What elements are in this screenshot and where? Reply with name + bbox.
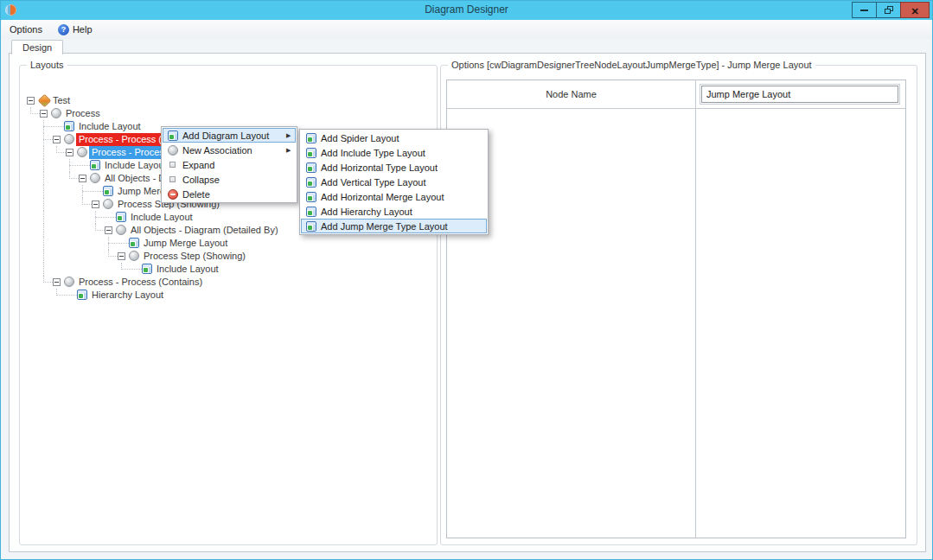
tree-item-label[interactable]: Include Layout — [154, 263, 221, 276]
menu-options-label: Options — [10, 24, 42, 35]
tree-item-label[interactable]: Jump Merge Layout — [141, 237, 230, 250]
tree-item-label[interactable]: Process - Process — [89, 146, 171, 159]
tree-item-label[interactable]: Process Step (Showing) — [141, 250, 248, 263]
tree-context-menu: Add Diagram Layout▶New Association▶Expan… — [161, 126, 297, 203]
header-divider — [447, 108, 905, 109]
tree-guide-stub — [121, 269, 142, 270]
layout-icon — [90, 160, 100, 170]
tab-design[interactable]: Design — [11, 40, 63, 54]
tree-item-label[interactable]: Process - Process (Contains) — [76, 276, 205, 289]
tree-expander-collapse[interactable] — [118, 252, 125, 260]
tree-item[interactable]: Hierarchy Layout — [21, 289, 436, 302]
tree-item[interactable]: Process — [21, 107, 436, 120]
delete-icon — [168, 189, 178, 200]
restore-icon — [885, 6, 893, 14]
node-name-input[interactable] — [701, 86, 898, 103]
menu-help[interactable]: ? Help — [50, 20, 100, 39]
tree-item-label[interactable]: Process — [63, 107, 103, 120]
tree-guide-line — [43, 237, 44, 250]
tree-guide-stub — [43, 139, 53, 140]
context-menu-item-add-diagram-layout[interactable]: Add Diagram Layout▶ — [163, 128, 296, 143]
close-button[interactable] — [900, 2, 930, 18]
tree-expander-collapse[interactable] — [79, 175, 86, 182]
tree-guide-line — [43, 146, 44, 159]
tree-guide-line — [43, 172, 44, 185]
layout-icon — [103, 186, 113, 196]
tree-item-label[interactable]: All Objects - Diagram (Detailed By) — [128, 224, 281, 237]
tree-expander-collapse[interactable] — [53, 136, 61, 143]
tree-guide-stub — [108, 256, 118, 257]
process-icon — [90, 173, 100, 183]
context-menu-item-expand[interactable]: Expand — [163, 157, 296, 172]
close-icon — [911, 3, 918, 18]
tree-guide-stub — [95, 217, 116, 218]
submenu-item-add-horizontal-type-layout[interactable]: Add Horizontal Type Layout — [301, 160, 487, 175]
process-icon — [64, 134, 74, 144]
tree-guide-stub — [69, 165, 90, 166]
tree-guide-line — [43, 211, 44, 224]
menu-item-icon-slot — [301, 133, 321, 143]
tree-item-label[interactable]: Include Layout — [102, 159, 169, 172]
menu-item-label: Add Vertical Type Layout — [321, 177, 477, 188]
context-menu-item-collapse[interactable]: Collapse — [163, 172, 296, 187]
menu-help-label: Help — [73, 24, 93, 35]
tree-item[interactable]: Process - Process (Contains) — [21, 276, 436, 289]
menu-item-icon-slot — [301, 162, 321, 173]
menu-item-label: Add Horizontal Merge Layout — [321, 192, 477, 202]
tree-expander-collapse[interactable] — [40, 110, 48, 118]
tree-item-label[interactable]: Include Layout — [128, 211, 195, 224]
tree-expander-collapse[interactable] — [105, 226, 112, 234]
tree-item-label[interactable]: Hierarchy Layout — [89, 289, 166, 302]
menu-item-icon-slot — [301, 177, 321, 188]
minimize-button[interactable] — [852, 2, 877, 18]
node-name-input-frame — [700, 84, 900, 105]
menu-item-icon-slot — [301, 221, 321, 232]
submenu-arrow-icon: ▶ — [286, 132, 296, 139]
tree-item-label[interactable]: Include Layout — [76, 120, 144, 133]
menu-item-label: Add Jump Merge Type Layout — [321, 221, 477, 232]
submenu-item-add-hierarchy-layout[interactable]: Add Hierarchy Layout — [301, 204, 487, 219]
tree-guide-line — [43, 185, 44, 198]
tree-expander-collapse[interactable] — [92, 200, 99, 208]
layout-icon — [129, 238, 139, 248]
minimize-icon — [860, 10, 868, 11]
submenu-item-add-horizontal-merge-layout[interactable]: Add Horizontal Merge Layout — [301, 189, 487, 204]
tree-expander-collapse[interactable] — [53, 278, 61, 286]
tree-expander-collapse[interactable] — [27, 97, 35, 105]
tree-item-label[interactable]: Test — [50, 94, 73, 107]
process-icon — [116, 225, 126, 235]
restore-button[interactable] — [876, 2, 901, 18]
layout-icon — [77, 290, 87, 300]
context-menu-item-new-association[interactable]: New Association▶ — [163, 143, 296, 157]
submenu-item-add-jump-merge-type-layout[interactable]: Add Jump Merge Type Layout — [301, 219, 487, 233]
menu-options[interactable]: Options — [2, 20, 50, 39]
menu-item-icon-slot — [301, 207, 321, 217]
submenu-item-add-include-type-layout[interactable]: Add Include Type Layout — [301, 145, 487, 160]
title-bar: Diagram Designer — [1, 1, 932, 20]
submenu-item-add-vertical-type-layout[interactable]: Add Vertical Type Layout — [301, 175, 487, 189]
layout-icon — [168, 130, 178, 141]
tree-expander-collapse[interactable] — [66, 149, 73, 156]
options-panel: Options [cwDiagramDesignerTreeNodeLayout… — [440, 65, 917, 545]
tree-item[interactable]: Process Step (Showing) — [21, 250, 436, 263]
tree-item[interactable]: Test — [21, 94, 436, 107]
column-divider — [695, 80, 696, 538]
context-menu-item-delete[interactable]: Delete — [163, 187, 296, 201]
tree-guide-stub — [82, 204, 92, 205]
tree-guide-stub — [69, 178, 79, 179]
menu-item-label: Add Include Type Layout — [321, 148, 477, 158]
options-table: Node Name — [446, 80, 906, 538]
collapse-icon — [169, 176, 176, 182]
menu-item-label: Delete — [182, 189, 286, 200]
tree-item[interactable]: Include Layout — [21, 263, 436, 276]
tree-guide-line — [43, 224, 44, 237]
node-name-column-header: Node Name — [447, 80, 695, 108]
menu-item-label: Expand — [182, 160, 286, 170]
tree-item[interactable]: Jump Merge Layout — [21, 237, 436, 250]
help-icon: ? — [58, 24, 69, 35]
layout-icon — [116, 212, 126, 222]
tab-design-label: Design — [22, 42, 52, 53]
submenu-item-add-spider-layout[interactable]: Add Spider Layout — [301, 130, 487, 145]
menu-item-label: Add Spider Layout — [321, 133, 477, 143]
layout-icon — [306, 221, 316, 232]
